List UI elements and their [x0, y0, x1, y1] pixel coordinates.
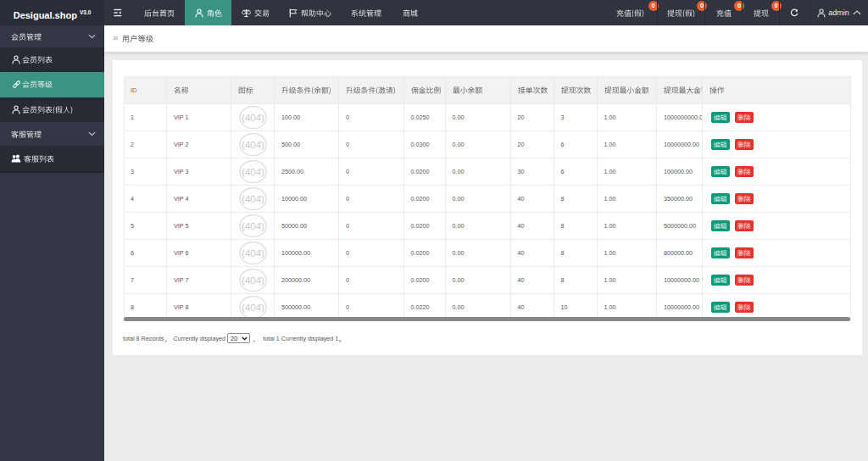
svg-text:(404): (404)	[242, 167, 264, 177]
svg-text:(404): (404)	[242, 194, 264, 204]
svg-text:(404): (404)	[242, 248, 264, 258]
svg-text:(404): (404)	[242, 303, 264, 313]
svg-text:(404): (404)	[242, 140, 264, 150]
svg-text:(404): (404)	[242, 275, 264, 286]
svg-text:(404): (404)	[242, 113, 264, 123]
svg-text:(404): (404)	[242, 221, 264, 231]
